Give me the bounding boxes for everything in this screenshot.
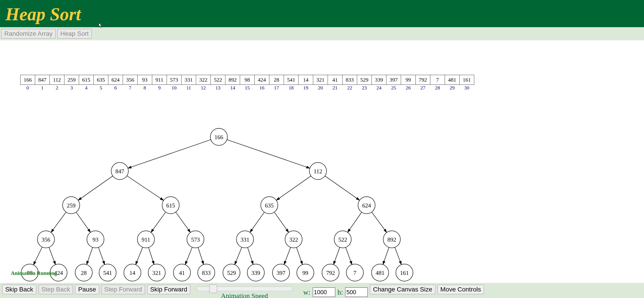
tree-node: 541 (99, 264, 116, 281)
visualization-canvas: 1660847111222593615463556246356793891195… (0, 40, 644, 283)
tree-node: 322 (285, 231, 302, 248)
tree-node-value: 14 (130, 270, 135, 276)
tree-node: 166 (210, 128, 228, 146)
tree-node: 529 (223, 264, 240, 281)
skip-back-button[interactable]: Skip Back (2, 285, 36, 294)
tree-edge (98, 247, 105, 265)
tree-node-value: 259 (67, 202, 76, 209)
tree-node: 321 (148, 264, 165, 281)
tree-node: 624 (358, 197, 375, 214)
tree-node-value: 833 (202, 270, 211, 276)
canvas-width-input[interactable] (313, 288, 335, 297)
skip-forward-button[interactable]: Skip Forward (147, 285, 190, 294)
tree-node: 635 (261, 197, 278, 214)
tree-node-value: 624 (362, 202, 371, 209)
tree-edge (334, 247, 340, 265)
tree-edge (284, 247, 290, 265)
top-controls-bar: Randomize Array Heap Sort (0, 27, 644, 40)
tree-node-value: 911 (142, 236, 150, 243)
tree-node: 93 (87, 231, 104, 248)
move-controls-button[interactable]: Move Controls (438, 285, 484, 294)
tree-node-value: 41 (179, 270, 185, 276)
pause-button[interactable]: Pause (75, 285, 99, 294)
tree-edge (276, 176, 311, 200)
tree-edge (34, 247, 42, 265)
tree-node: 615 (162, 197, 179, 214)
tree-edge (51, 212, 66, 233)
tree-edge (127, 176, 164, 200)
tree-node-value: 397 (277, 270, 286, 276)
tree-node: 14 (124, 264, 141, 281)
tree-node-value: 7 (354, 270, 356, 276)
tree-node: 259 (62, 197, 80, 214)
tree-edge (250, 212, 264, 232)
speed-slider[interactable] (197, 287, 292, 291)
tree-edge (185, 247, 192, 265)
tree-node-value: 161 (400, 270, 409, 276)
tree-edge (128, 140, 211, 168)
step-forward-button[interactable]: Step Forward (101, 285, 145, 294)
heap-sort-button[interactable]: Heap Sort (58, 29, 92, 38)
tree-edge (76, 212, 90, 232)
tree-edge (49, 247, 56, 265)
tree-edge (227, 140, 310, 168)
tree-edge (78, 176, 113, 200)
tree-node-value: 792 (326, 270, 335, 276)
tree-node-value: 892 (388, 236, 396, 243)
tree-edge (151, 212, 166, 232)
tree-node: 99 (297, 264, 314, 281)
tree-node-value: 615 (166, 202, 175, 209)
tree-node-value: 529 (227, 270, 236, 276)
tree-node-value: 166 (214, 134, 223, 141)
speed-slider-thumb[interactable] (210, 285, 217, 293)
page-header: Heap Sort (0, 0, 644, 27)
tree-edge (325, 176, 360, 200)
tree-edge (395, 247, 401, 265)
step-back-button[interactable]: Step Back (38, 285, 73, 294)
tree-node-value: 28 (81, 270, 87, 276)
randomize-array-button[interactable]: Randomize Array (1, 29, 56, 38)
tree-node-value: 541 (103, 270, 112, 276)
tree-node-value: 522 (338, 236, 347, 243)
tree-edge (372, 212, 387, 233)
speed-slider-box: Animation Speed (197, 285, 292, 298)
tree-node: 28 (75, 264, 92, 281)
tree-node: 792 (322, 264, 339, 281)
tree-edge (136, 247, 142, 265)
tree-edge (348, 212, 362, 232)
tree-node-value: 112 (314, 168, 322, 175)
tree-edge (248, 247, 253, 265)
tree-edge (383, 247, 389, 265)
tree-node-value: 322 (289, 236, 298, 243)
tree-node: 7 (346, 264, 364, 281)
height-label: h: (338, 288, 343, 297)
tree-node: 892 (383, 231, 400, 248)
tree-node: 112 (310, 162, 326, 179)
tree-node: 41 (174, 264, 190, 281)
tree-node-value: 321 (152, 270, 161, 276)
tree-node-value: 339 (252, 270, 260, 276)
tree-edge (346, 247, 352, 265)
tree-node-value: 847 (116, 168, 124, 175)
tree-node: 573 (187, 231, 204, 248)
status-text: Animation Running (11, 270, 57, 276)
tree-edge (198, 247, 204, 265)
tree-edge (274, 212, 289, 232)
tree-node: 833 (198, 264, 215, 281)
tree-node: 481 (372, 264, 389, 281)
bottom-controls-bar: Skip Back Step Back Pause Step Forward S… (0, 283, 644, 298)
tree-node: 356 (38, 231, 54, 248)
tree-node-value: 635 (265, 202, 274, 209)
tree-edge (235, 247, 242, 265)
tree-node-value: 93 (92, 236, 98, 243)
tree-node: 161 (396, 264, 413, 281)
canvas-height-input[interactable] (345, 288, 368, 297)
change-canvas-size-button[interactable]: Change Canvas Size (370, 285, 435, 294)
tree-node: 522 (334, 231, 351, 248)
cursor-icon (98, 22, 103, 28)
tree-edge (176, 212, 190, 232)
tree-node: 397 (272, 264, 290, 281)
tree-node: 847 (111, 162, 128, 179)
width-label: w: (303, 288, 310, 297)
tree-edge (296, 247, 303, 265)
